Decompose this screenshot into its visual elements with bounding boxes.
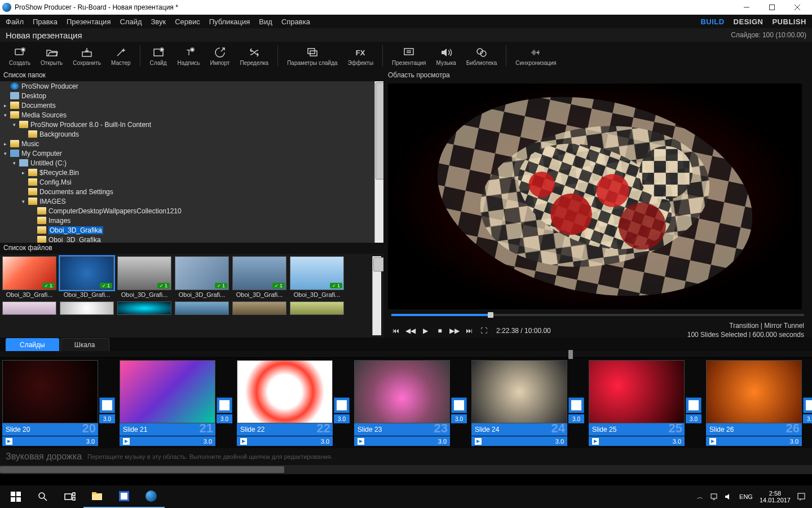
tool-sync[interactable]: Синхронизация [511,45,561,67]
task-explorer[interactable] [83,485,111,508]
timeline-slide[interactable]: Slide 2525 ▶3.0 3.0 [589,360,701,446]
tray-lang[interactable]: ENG [739,493,753,500]
menu-service[interactable]: Сервис [175,17,200,26]
menu-presentation[interactable]: Презентация [67,17,111,26]
tree-item[interactable]: ▾Media Sources [0,110,374,120]
task-proshow[interactable] [138,485,165,508]
minimize-button[interactable] [734,0,759,15]
tree-item[interactable]: ▾IMAGES [0,196,374,206]
search-button[interactable] [29,485,56,508]
tree-item[interactable]: Oboi_3D_Grafika [0,235,374,243]
tree-item[interactable]: Config.Msi [0,177,374,187]
tool-save[interactable]: Сохранить [68,45,105,67]
file-thumb[interactable] [290,301,344,315]
menu-help[interactable]: Справка [281,17,310,26]
tree-item[interactable]: Desktop [0,91,374,100]
timeline-slide[interactable]: Slide 2020 ▶3.0 3.0 [2,360,115,446]
menu-slide[interactable]: Слайд [120,17,142,26]
transition-icon[interactable] [451,397,467,413]
task-app2[interactable] [111,485,138,508]
file-thumb[interactable] [232,301,286,315]
maximize-button[interactable] [759,0,784,15]
mode-build[interactable]: BUILD [700,17,724,26]
menu-sound[interactable]: Звук [151,17,166,26]
stop-button[interactable]: ■ [435,326,444,335]
timeline-slide[interactable]: Slide 2424 ▶3.0 3.0 [471,360,584,446]
transition-duration[interactable]: 3.0 [686,414,701,423]
tree-item[interactable]: ▸$Recycle.Bin [0,168,374,177]
prev-button[interactable]: ◀◀ [406,326,415,335]
menu-edit[interactable]: Правка [33,17,58,26]
transition-icon[interactable] [568,397,584,413]
transition-icon[interactable] [217,397,232,413]
transition-duration[interactable]: 3.0 [217,414,232,423]
tree-item[interactable]: ComputerDesktopWallpapersCollection1210 [0,206,374,216]
file-thumb[interactable]: 1Oboi_3D_Grafi... [60,256,114,298]
close-button[interactable] [784,0,810,15]
file-thumb[interactable] [175,301,229,315]
transition-icon[interactable] [686,397,701,413]
tree-item[interactable]: Images [0,216,374,225]
preview-canvas[interactable] [388,84,802,309]
menu-view[interactable]: Вид [259,17,272,26]
file-thumb[interactable]: 1Oboi_3D_Grafi... [2,256,56,298]
tool-slide[interactable]: Слайд [145,45,172,67]
timeline-scrollbar[interactable] [0,465,812,474]
tool-open[interactable]: Открыть [36,45,67,67]
tab-scale[interactable]: Шкала [60,338,109,351]
next-button[interactable]: ▶▶ [450,326,459,335]
mode-publish[interactable]: PUBLISH [772,17,806,26]
file-thumb[interactable]: 1Oboi_3D_Grafi... [117,256,171,298]
tool-effects[interactable]: FXЭффекты [343,45,378,67]
last-button[interactable]: ⏭ [465,326,474,335]
tool-caption[interactable]: TНадпись [173,45,205,67]
fullscreen-button[interactable]: ⛶ [479,326,488,335]
tree-item[interactable]: Oboi_3D_Grafika [0,225,374,235]
file-thumb[interactable] [2,301,56,315]
tree-item[interactable]: ▾ProShow Producer 8.0 - Built-In Content [0,120,374,129]
tree-item[interactable]: ▸Documents [0,100,374,110]
preview-slider[interactable] [391,314,804,316]
tree-item[interactable]: ▸Music [0,139,374,148]
tool-presentation[interactable]: Презентация [387,45,430,67]
files-scrollbar[interactable] [372,256,381,335]
transition-icon[interactable] [803,397,812,413]
tree-item[interactable]: ▾My Computer [0,148,374,158]
tree-item[interactable]: Backgrounds [0,129,374,139]
timeline[interactable]: Slide 2020 ▶3.0 3.0 Slide 2121 ▶3.0 3.0 … [0,358,812,448]
tree-item[interactable]: ProShow Producer [0,81,374,91]
playhead-icon[interactable] [568,350,573,359]
transition-icon[interactable] [334,397,350,413]
transition-duration[interactable]: 3.0 [99,414,115,423]
transition-duration[interactable]: 3.0 [803,414,812,423]
mode-design[interactable]: DESIGN [734,17,764,26]
tool-new[interactable]: Создать [5,45,35,67]
timeline-slide[interactable]: Slide 2626 ▶3.0 3.0 [706,360,812,446]
tray-network-icon[interactable] [710,493,718,501]
tool-remix[interactable]: Переделка [235,45,273,67]
taskview-button[interactable] [56,485,83,508]
file-thumb[interactable] [117,301,171,315]
tray-chevron-icon[interactable]: ︿ [697,493,703,501]
timeline-ruler[interactable] [0,351,812,358]
tool-music[interactable]: Музыка [431,45,460,67]
menu-file[interactable]: Файл [6,17,24,26]
transition-duration[interactable]: 3.0 [568,414,584,423]
tree-scrollbar[interactable] [374,81,383,243]
folder-tree[interactable]: ProShow ProducerDesktop▸Documents▾Media … [0,81,383,243]
tool-library[interactable]: Библиотека [462,45,501,67]
audio-track[interactable]: Звуковая дорожка Перетащите музыку в эту… [0,448,812,465]
transition-icon[interactable] [99,397,115,413]
transition-duration[interactable]: 3.0 [451,414,467,423]
tree-item[interactable]: ▾Untitled (C:) [0,158,374,168]
file-thumb[interactable]: 1Oboi_3D_Grafi... [290,256,344,298]
tray-clock[interactable]: 2:58 14.01.2017 [760,490,791,503]
timeline-slide[interactable]: Slide 2222 ▶3.0 3.0 [237,360,350,446]
tool-import[interactable]: Импорт [205,45,234,67]
start-button[interactable] [2,485,29,508]
tab-slides[interactable]: Слайды [6,338,59,351]
file-thumb[interactable] [60,301,114,315]
tree-item[interactable]: Documents and Settings [0,187,374,196]
tool-slideoptions[interactable]: Параметры слайда [283,45,342,67]
play-button[interactable]: ▶ [421,326,430,335]
